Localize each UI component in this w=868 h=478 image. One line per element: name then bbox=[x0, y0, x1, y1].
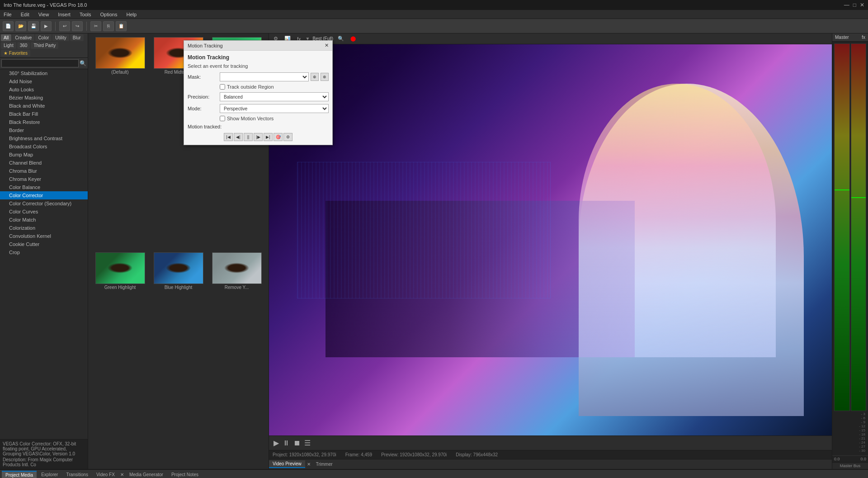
tab-media-generator[interactable]: Media Generator bbox=[126, 471, 167, 478]
tab-light[interactable]: Light bbox=[1, 42, 16, 49]
effect-chroma-blur[interactable]: Chroma Blur bbox=[0, 167, 88, 175]
volume-right: 0.0 bbox=[860, 457, 866, 461]
mode-select[interactable]: Perspective Position Position and Scale bbox=[220, 104, 329, 113]
tab-utility[interactable]: Utility bbox=[52, 34, 69, 41]
cut-btn[interactable]: ✂ bbox=[90, 21, 101, 31]
thumb-label-green-hl: Green Highlight bbox=[104, 285, 136, 290]
pause-btn[interactable]: ⏸ bbox=[283, 439, 290, 447]
preview-record-btn[interactable]: ⬤ bbox=[349, 35, 358, 43]
menu-insert[interactable]: Insert bbox=[56, 12, 72, 17]
master-bus-label: Master Bus bbox=[840, 464, 861, 468]
minimize-btn[interactable]: — bbox=[844, 2, 849, 8]
tab-favorites[interactable]: ★ Favorites bbox=[1, 50, 30, 57]
undo-btn[interactable]: ↩ bbox=[59, 21, 70, 31]
maximize-btn[interactable]: □ bbox=[853, 2, 856, 8]
effect-add-noise[interactable]: Add Noise bbox=[0, 77, 88, 85]
open-btn[interactable]: 📂 bbox=[15, 21, 26, 31]
close-btn[interactable]: ✕ bbox=[860, 2, 864, 8]
dialog-tool-2[interactable]: ◀| bbox=[234, 133, 243, 141]
tab-trimmer[interactable]: Trimmer bbox=[312, 461, 336, 468]
effect-cookie-cutter[interactable]: Cookie Cutter bbox=[0, 240, 88, 248]
track-outside-control: Track outside Region bbox=[220, 84, 329, 90]
paste-btn[interactable]: 📋 bbox=[116, 21, 127, 31]
effect-channel-blend[interactable]: Channel Blend bbox=[0, 159, 88, 167]
effect-bump-map[interactable]: Bump Map bbox=[0, 151, 88, 159]
effect-color-match[interactable]: Color Match bbox=[0, 216, 88, 224]
preview-res: Preview: 1920x1080x32, 29.970i bbox=[381, 452, 447, 457]
thumb-green-highlight[interactable]: Green Highlight bbox=[92, 252, 148, 466]
tab-explorer[interactable]: Explorer bbox=[38, 471, 61, 478]
render-btn[interactable]: ▶ bbox=[41, 21, 52, 31]
menu-help[interactable]: Help bbox=[124, 12, 138, 17]
thumb-img-default bbox=[95, 37, 145, 69]
redo-btn[interactable]: ↪ bbox=[72, 21, 83, 31]
tab-transitions[interactable]: Transitions bbox=[62, 471, 92, 478]
preview-bottom-tabs: Video Preview ✕ Trimmer bbox=[269, 459, 832, 469]
effect-color-balance[interactable]: Color Balance bbox=[0, 183, 88, 191]
preview-close-btn[interactable]: ✕ bbox=[305, 462, 312, 467]
search-input[interactable] bbox=[1, 59, 79, 67]
preview-zoom-btn[interactable]: 🔍 bbox=[336, 35, 346, 43]
thumb-blue-highlight[interactable]: Blue Highlight bbox=[150, 252, 207, 466]
mask-select[interactable] bbox=[220, 72, 309, 81]
dialog-tool-4[interactable]: |▶ bbox=[254, 133, 263, 141]
play-btn[interactable]: ▶ bbox=[274, 439, 279, 447]
effect-brightness-contrast[interactable]: Brightness and Contrast bbox=[0, 134, 88, 142]
tab-video-fx[interactable]: Video FX bbox=[93, 471, 118, 478]
dialog-tool-3[interactable]: || bbox=[244, 133, 253, 141]
mask-btn1[interactable]: ⊕ bbox=[311, 73, 319, 81]
tab-360[interactable]: 360 bbox=[17, 42, 30, 49]
effect-crop[interactable]: Crop bbox=[0, 248, 88, 256]
menu-tools[interactable]: Tools bbox=[78, 12, 93, 17]
effect-black-white[interactable]: Black and White bbox=[0, 102, 88, 110]
precision-select[interactable]: Balanced Fast Precise bbox=[220, 92, 329, 101]
dialog-show-vectors-row: Show Motion Vectors bbox=[188, 116, 329, 121]
save-btn[interactable]: 💾 bbox=[28, 21, 39, 31]
effect-chroma-keyer[interactable]: Chroma Keyer bbox=[0, 175, 88, 183]
tab-color[interactable]: Color bbox=[35, 34, 52, 41]
effect-360-stab[interactable]: 360° Stabilization bbox=[0, 69, 88, 77]
tab-creative[interactable]: Creative bbox=[12, 34, 34, 41]
menu-view[interactable]: View bbox=[37, 12, 51, 17]
video-fx-close[interactable]: ✕ bbox=[119, 472, 125, 477]
dialog-subtitle: Select an event for tracking bbox=[188, 63, 329, 69]
show-vectors-checkbox[interactable] bbox=[220, 116, 225, 121]
tab-project-notes[interactable]: Project Notes bbox=[168, 471, 202, 478]
thumb-img-remove bbox=[212, 252, 262, 284]
track-outside-checkbox[interactable] bbox=[220, 84, 225, 90]
effect-color-corrector[interactable]: Color Corrector bbox=[0, 191, 88, 199]
effect-color-curves[interactable]: Color Curves bbox=[0, 208, 88, 216]
dialog-close-btn[interactable]: ✕ bbox=[325, 43, 329, 48]
dialog-tool-1[interactable]: |◀ bbox=[224, 133, 233, 141]
effect-auto-looks[interactable]: Auto Looks bbox=[0, 85, 88, 94]
dialog-tool-6[interactable]: 🎯 bbox=[274, 133, 283, 141]
tab-blur[interactable]: Blur bbox=[70, 34, 84, 41]
effect-broadcast-colors[interactable]: Broadcast Colors bbox=[0, 142, 88, 151]
mask-btn2[interactable]: ⊗ bbox=[321, 73, 329, 81]
effect-black-bar[interactable]: Black Bar Fill bbox=[0, 110, 88, 118]
audio-mixer-panel: Master fx - 3 - 6 - 9 - 12 - 15 - 18 - 2… bbox=[832, 33, 868, 469]
thumb-remove-y[interactable]: Remove Y... bbox=[208, 252, 265, 466]
menu-btn[interactable]: ☰ bbox=[304, 439, 311, 447]
effect-colorization[interactable]: Colorization bbox=[0, 224, 88, 232]
new-btn[interactable]: 📄 bbox=[3, 21, 14, 31]
menu-options[interactable]: Options bbox=[99, 12, 119, 17]
effect-convolution-kernel[interactable]: Convolution Kernel bbox=[0, 232, 88, 240]
precision-control: Balanced Fast Precise bbox=[220, 92, 329, 101]
menu-edit[interactable]: Edit bbox=[19, 12, 31, 17]
effect-bezier-masking[interactable]: Bézier Masking bbox=[0, 94, 88, 102]
effect-color-corrector-sec[interactable]: Color Corrector (Secondary) bbox=[0, 199, 88, 208]
tab-all[interactable]: All bbox=[1, 34, 11, 41]
effect-black-restore[interactable]: Black Restore bbox=[0, 118, 88, 126]
dialog-tool-7[interactable]: ⚙ bbox=[283, 133, 292, 141]
menu-file[interactable]: File bbox=[2, 12, 14, 17]
copy-btn[interactable]: ⎘ bbox=[103, 21, 114, 31]
dialog-tool-5[interactable]: ▶| bbox=[264, 133, 273, 141]
tab-project-media[interactable]: Project Media bbox=[2, 471, 37, 478]
effect-border[interactable]: Border bbox=[0, 126, 88, 134]
tab-third-party[interactable]: Third Party bbox=[31, 42, 58, 49]
thumb-default[interactable]: (Default) bbox=[92, 37, 148, 251]
stop-btn[interactable]: ⏹ bbox=[293, 439, 301, 447]
tab-video-preview[interactable]: Video Preview bbox=[269, 460, 305, 468]
mask-label: Mask: bbox=[188, 74, 217, 80]
